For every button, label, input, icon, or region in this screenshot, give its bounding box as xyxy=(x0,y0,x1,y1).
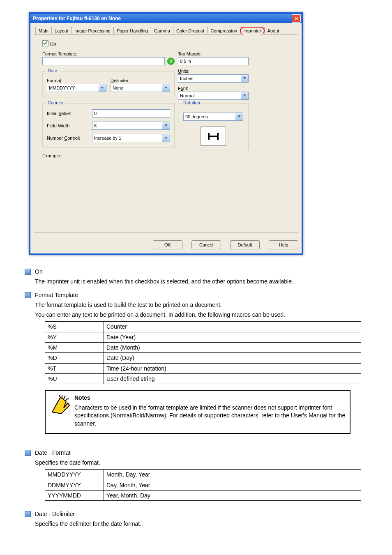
counter-group-title: Counter xyxy=(46,100,65,105)
top-margin-input[interactable] xyxy=(178,57,249,65)
initial-value-input[interactable] xyxy=(92,109,170,117)
section-date-format-body: Specifies the date format. xyxy=(35,458,367,467)
field-width-value[interactable] xyxy=(92,122,170,130)
square-bullet-icon xyxy=(25,292,31,298)
chevron-down-icon[interactable] xyxy=(162,84,170,92)
default-button[interactable]: Default xyxy=(230,240,260,249)
section-template-title: Format Template xyxy=(35,291,367,299)
units-value[interactable] xyxy=(178,74,249,83)
number-control-combo[interactable] xyxy=(92,134,170,142)
units-label: Units: xyxy=(178,69,249,74)
svg-marker-4 xyxy=(243,77,246,79)
delimiter-combo[interactable] xyxy=(111,84,170,92)
chevron-down-icon[interactable] xyxy=(162,122,170,130)
rotation-group: Rotation xyxy=(178,103,249,150)
tab-color-dropout[interactable]: Color Dropout xyxy=(173,27,208,35)
section-date-delimiter-body: Specifies the delimiter for the date for… xyxy=(35,520,141,528)
top-margin-label: Top Margin: xyxy=(178,51,249,56)
tab-layout[interactable]: Layout xyxy=(51,27,71,35)
table-row: %TTime (24-hour notation) xyxy=(45,363,361,373)
notes-body: Characters to be used in the format temp… xyxy=(74,404,346,428)
number-control-value[interactable] xyxy=(92,134,170,142)
chevron-down-icon[interactable] xyxy=(241,74,249,83)
cancel-button[interactable]: Cancel xyxy=(191,240,221,249)
svg-marker-5 xyxy=(243,94,246,97)
tab-compression[interactable]: Compression xyxy=(207,27,240,35)
tab-gamma[interactable]: Gamma xyxy=(151,27,173,35)
counter-group: Counter Initial Value: Field Width: Numb… xyxy=(42,103,175,147)
rotation-value[interactable] xyxy=(183,113,243,121)
table-row: DDMMYYYYDay, Month, Year xyxy=(45,480,361,490)
tab-paper-handling[interactable]: Paper Handling xyxy=(113,27,151,35)
table-row: %UUser defined string xyxy=(45,373,361,384)
section-template-body1: The format template is used to build the… xyxy=(35,301,367,309)
rotation-preview xyxy=(201,127,226,146)
svg-marker-3 xyxy=(164,137,168,139)
square-bullet-icon xyxy=(25,511,31,517)
initial-value-label: Initial Value: xyxy=(47,111,92,116)
section-template-body2: You can enter any text to be printed on … xyxy=(35,311,367,319)
font-value[interactable] xyxy=(178,92,249,100)
svg-marker-0 xyxy=(101,87,104,89)
chevron-down-icon[interactable] xyxy=(241,92,249,100)
chevron-down-icon[interactable] xyxy=(162,134,170,142)
rotation-combo[interactable] xyxy=(183,113,243,121)
example-label: Example: xyxy=(42,153,175,158)
notes-heading: Notes xyxy=(74,394,346,402)
section-on-title: On xyxy=(35,267,293,276)
svg-marker-2 xyxy=(164,124,168,127)
example-output xyxy=(42,164,175,202)
svg-marker-6 xyxy=(238,115,241,117)
font-combo[interactable] xyxy=(178,92,249,100)
tab-imprinter[interactable]: Imprinter xyxy=(240,27,264,35)
format-template-input[interactable] xyxy=(42,57,165,65)
tab-main[interactable]: Main xyxy=(35,27,52,35)
square-bullet-icon xyxy=(25,450,31,456)
macros-table: %SCounter %YDate (Year) %MDate (Month) %… xyxy=(45,321,361,384)
attention-icon xyxy=(50,394,74,428)
format-template-label: Format Template: xyxy=(42,51,175,56)
date-group: Date Format: Delimiter: xyxy=(42,71,175,97)
table-row: MMDDYYYYMonth, Day, Year xyxy=(45,470,361,480)
title-bar: Properties for Fujitsu fi-6130 on None ✕ xyxy=(30,14,302,23)
format-combo[interactable] xyxy=(47,84,106,92)
delimiter-value[interactable] xyxy=(111,84,170,92)
section-date-format-title: Date - Format xyxy=(35,449,367,457)
date-group-title: Date xyxy=(46,68,59,73)
help-icon[interactable]: ? xyxy=(167,58,175,65)
close-icon[interactable]: ✕ xyxy=(292,14,301,23)
tab-image-processing[interactable]: Image Processing xyxy=(71,27,114,35)
square-bullet-icon xyxy=(25,269,31,275)
format-label: Format: xyxy=(47,78,106,83)
table-row: %YDate (Year) xyxy=(45,332,361,342)
section-date-delimiter-title: Date - Delimiter xyxy=(35,510,141,518)
table-row: %MDate (Month) xyxy=(45,343,361,353)
field-width-label: Field Width: xyxy=(47,123,92,128)
field-width-combo[interactable] xyxy=(92,122,170,130)
date-format-table: MMDDYYYYMonth, Day, Year DDMMYYYYDay, Mo… xyxy=(45,469,361,501)
dialog-title: Properties for Fujitsu fi-6130 on None xyxy=(33,16,292,21)
rotation-group-title: Rotation xyxy=(182,100,202,105)
help-button[interactable]: Help xyxy=(269,240,298,249)
document-body: On The imprinter unit is enabled when th… xyxy=(25,267,367,530)
chevron-down-icon[interactable] xyxy=(235,113,243,121)
tab-about[interactable]: About xyxy=(264,27,283,35)
format-value[interactable] xyxy=(47,84,106,92)
chevron-down-icon[interactable] xyxy=(99,84,106,92)
tab-strip: Main Layout Image Processing Paper Handl… xyxy=(35,26,298,34)
on-checkbox[interactable] xyxy=(42,40,48,46)
font-label: Font: xyxy=(178,86,249,91)
number-control-label: Number Control: xyxy=(47,136,92,140)
section-on-body: The imprinter unit is enabled when this … xyxy=(35,277,293,286)
notes-box: Notes Characters to be used in the forma… xyxy=(45,390,350,433)
properties-dialog: Properties for Fujitsu fi-6130 on None ✕… xyxy=(29,12,303,255)
units-combo[interactable] xyxy=(178,74,249,83)
tab-panel-imprinter: On Format Template: ? Date xyxy=(34,34,298,233)
svg-marker-1 xyxy=(164,87,168,89)
dialog-button-row: OK Cancel Default Help xyxy=(34,240,298,249)
ok-button[interactable]: OK xyxy=(153,240,182,249)
on-label: On xyxy=(50,41,56,46)
delimiter-label: Delimiter: xyxy=(111,78,170,83)
table-row: YYYYMMDDYear, Month, Day xyxy=(45,490,361,500)
table-row: %SCounter xyxy=(45,322,361,332)
